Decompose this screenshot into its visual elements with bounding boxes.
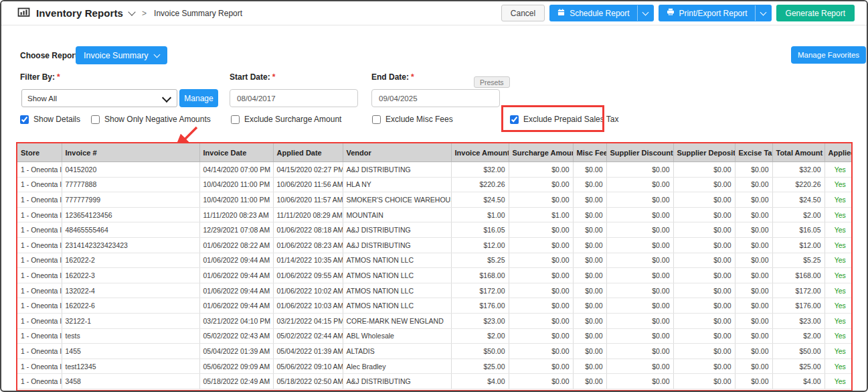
cell-invoice_amount: $50.00	[451, 344, 509, 359]
column-header-invoice_date[interactable]: Invoice Date	[199, 143, 273, 162]
checkbox-exclude-surcharge-amount-input[interactable]	[231, 115, 240, 124]
cell-applied_date: 05/04/2022 01:39 AM	[273, 344, 343, 359]
cell-total_amount: $168.00	[772, 268, 824, 283]
cell-supplier_discount: $0.00	[606, 192, 673, 208]
cell-supplier_discount: $0.00	[606, 344, 673, 359]
checkbox-show-details[interactable]: Show Details	[20, 115, 80, 124]
table-row[interactable]: 1 - Oneonta I162022-201/06/2022 09:44 AM…	[17, 253, 853, 268]
table-row[interactable]: 1 - Oneonta I145505/04/2022 01:39 AM05/0…	[17, 344, 853, 359]
cell-excise_tax: $0.00	[735, 207, 772, 222]
table-row[interactable]: 1 - Oneonta I162022-301/06/2022 09:44 AM…	[17, 268, 853, 283]
print-export-caret[interactable]	[755, 5, 771, 21]
cell-invoice_amount: $1.00	[451, 207, 509, 222]
cell-misc_fee: $0.00	[573, 283, 606, 298]
cell-invoice_date: 10/04/2020 11:00 PM	[199, 177, 273, 192]
cell-surcharge_amount: $0.00	[509, 237, 573, 253]
cancel-button[interactable]: Cancel	[501, 5, 545, 21]
chevron-down-icon	[642, 9, 648, 15]
print-export-button[interactable]: Print/Export Report	[659, 5, 772, 21]
chevron-down-icon[interactable]	[128, 8, 135, 15]
cell-excise_tax: $0.00	[735, 177, 772, 192]
cell-store: 1 - Oneonta I	[17, 207, 62, 222]
column-header-misc_fee[interactable]: Misc Fee	[573, 143, 606, 162]
end-date-input[interactable]	[371, 89, 500, 107]
table-row[interactable]: 1 - Oneonta I4846555546412/29/2021 07:08…	[17, 222, 853, 238]
checkbox-show-only-negative-amounts-input[interactable]	[91, 115, 100, 124]
schedule-report-label: Schedule Report	[570, 9, 629, 18]
column-header-applied[interactable]: Applied	[824, 143, 853, 162]
table-row[interactable]: 1 - Oneonta I7777788810/04/2020 11:00 PM…	[17, 177, 853, 192]
end-date-label: End Date:*	[371, 72, 414, 82]
cell-surcharge_amount: $0.00	[509, 313, 573, 328]
cell-invoice_date: 05/18/2022 02:49 AM	[199, 374, 273, 389]
column-header-surcharge_amount[interactable]: Surcharge Amount	[509, 143, 573, 162]
generate-report-button[interactable]: Generate Report	[776, 5, 855, 21]
column-header-supplier_discount[interactable]: Supplier Discount	[606, 143, 673, 162]
checkbox-show-details-input[interactable]	[20, 115, 29, 124]
report-type-dropdown[interactable]: Invoice Summary	[76, 46, 167, 64]
table-row[interactable]: 1 - Oneonta I231414232342342301/06/2022 …	[17, 237, 853, 253]
cell-supplier_discount: $0.00	[606, 222, 673, 238]
cell-store: 1 - Oneonta I	[17, 328, 62, 344]
cell-supplier_discount: $0.00	[606, 283, 673, 298]
table-row[interactable]: 1 - Oneonta I132022-401/06/2022 09:44 AM…	[17, 283, 853, 298]
cell-vendor: MOUNTAIN	[343, 207, 451, 222]
checkbox-exclude-misc-fees-input[interactable]	[372, 115, 381, 124]
cell-supplier_discount: $0.00	[606, 313, 673, 328]
schedule-report-button[interactable]: Schedule Report	[549, 5, 653, 21]
cell-excise_tax: $0.00	[735, 298, 772, 314]
table-row[interactable]: 1 - Oneonta I162022-601/06/2022 09:44 AM…	[17, 298, 853, 314]
cell-total_amount: $2.00	[772, 328, 824, 344]
start-date-input[interactable]	[230, 89, 358, 107]
required-asterisk: *	[57, 72, 60, 82]
table-row[interactable]: 1 - Oneonta I32122-103/21/2022 04:10 PM0…	[17, 313, 853, 328]
table-row[interactable]: 1 - Oneonta Itests05/02/2022 02:43 AM05/…	[17, 328, 853, 344]
column-header-excise_tax[interactable]: Excise Tax	[735, 143, 772, 162]
cell-misc_fee: $0.00	[573, 298, 606, 314]
invoice-table-frame: StoreInvoice #Invoice DateApplied DateVe…	[16, 142, 853, 391]
cell-applied: Yes	[824, 177, 853, 192]
cell-vendor: SMOKER'S CHOICE WAREHOUSE	[343, 192, 451, 208]
cell-surcharge_amount: $0.00	[509, 192, 573, 208]
checkbox-show-only-negative-amounts[interactable]: Show Only Negative Amounts	[91, 115, 211, 124]
choose-report-label: Choose Report	[20, 51, 78, 60]
table-row[interactable]: 1 - Oneonta I12365412345611/11/2020 08:2…	[17, 207, 853, 222]
cell-applied: Yes	[824, 268, 853, 283]
table-row[interactable]: 1 - Oneonta Itest1234505/06/2022 09:09 A…	[17, 358, 853, 374]
cell-invoice_no: 162022-2	[62, 253, 199, 268]
cell-total_amount: $32.00	[772, 162, 824, 178]
chevron-down-icon	[153, 51, 160, 58]
checkbox-exclude-surcharge-amount[interactable]: Exclude Surcharge Amount	[231, 115, 341, 124]
cell-applied_date: 01/06/2022 10:03 AM	[273, 298, 343, 314]
column-header-invoice_amount[interactable]: Invoice Amount	[451, 143, 509, 162]
column-header-applied_date[interactable]: Applied Date	[273, 143, 343, 162]
cell-excise_tax: $0.00	[735, 374, 772, 389]
cell-misc_fee: $0.00	[573, 344, 606, 359]
checkbox-label: Show Only Negative Amounts	[104, 115, 211, 124]
manage-favorites-button[interactable]: Manage Favorites	[791, 46, 866, 64]
table-row[interactable]: 1 - Oneonta I345805/18/2022 02:49 AM05/1…	[17, 374, 853, 389]
manage-filter-button[interactable]: Manage	[179, 89, 218, 107]
column-header-invoice_no[interactable]: Invoice #	[62, 143, 199, 162]
presets-button[interactable]: Presets	[474, 76, 510, 88]
table-row[interactable]: 1 - Oneonta I0415202004/14/2020 07:00 PM…	[17, 162, 853, 178]
cell-vendor: ATMOS NATION LLC	[343, 283, 451, 298]
checkbox-exclude-prepaid-sales-tax[interactable]: Exclude Prepaid Sales Tax	[510, 115, 619, 124]
cell-invoice_date: 01/06/2022 09:44 AM	[199, 283, 273, 298]
checkbox-exclude-misc-fees[interactable]: Exclude Misc Fees	[372, 115, 453, 124]
column-header-supplier_deposit[interactable]: Supplier Deposit	[673, 143, 735, 162]
schedule-report-caret[interactable]	[637, 5, 653, 21]
cell-applied_date: 05/06/2022 09:10 AM	[273, 358, 343, 374]
table-row[interactable]: 1 - Oneonta I77777799910/04/2020 11:00 P…	[17, 192, 853, 208]
top-bar: Inventory Reports > Invoice Summary Repo…	[1, 1, 867, 25]
checkbox-label: Exclude Prepaid Sales Tax	[523, 115, 619, 124]
column-header-vendor[interactable]: Vendor	[343, 143, 451, 162]
column-header-total_amount[interactable]: Total Amount	[772, 143, 824, 162]
column-header-store[interactable]: Store	[17, 143, 62, 162]
cell-supplier_deposit: $0.00	[673, 177, 735, 192]
filter-by-select[interactable]: Show All	[21, 89, 177, 107]
cell-supplier_discount: $0.00	[606, 253, 673, 268]
cell-excise_tax: $0.00	[735, 283, 772, 298]
cell-invoice_no: test12345	[62, 358, 199, 374]
checkbox-exclude-prepaid-sales-tax-input[interactable]	[510, 115, 519, 124]
